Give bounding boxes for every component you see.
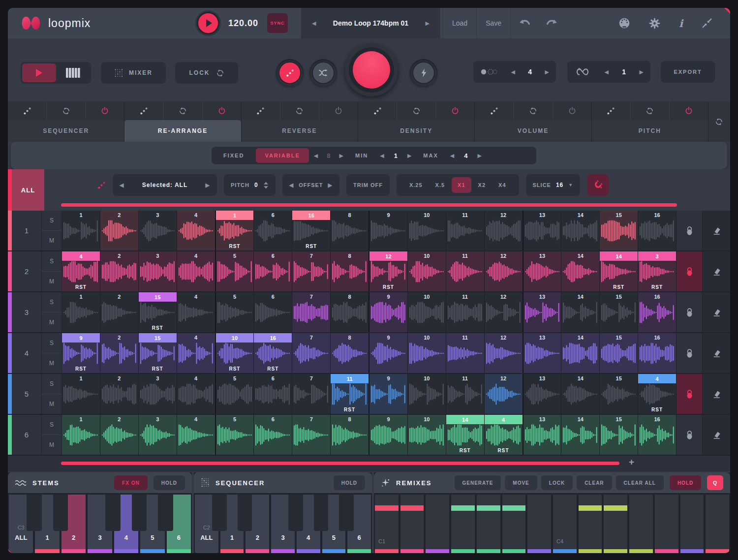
resize-corner-icon[interactable] xyxy=(724,8,730,14)
add-button[interactable]: + xyxy=(629,457,634,467)
slice-cell[interactable]: 13 xyxy=(523,251,562,291)
rate-option-x4[interactable]: X4 xyxy=(492,177,512,193)
mute-button[interactable]: M xyxy=(42,394,62,414)
slice-cell[interactable]: 8 xyxy=(331,333,369,373)
module-refresh-icon[interactable] xyxy=(47,101,86,120)
module-power-icon[interactable] xyxy=(670,101,708,120)
randomize-knob[interactable] xyxy=(276,59,304,87)
quantize-button[interactable]: Q xyxy=(707,475,723,490)
module-dice-icon[interactable] xyxy=(475,101,514,120)
module-refresh-icon[interactable] xyxy=(397,101,436,120)
module-power-icon[interactable] xyxy=(86,101,124,120)
gear-icon[interactable] xyxy=(649,18,660,29)
export-button[interactable]: EXPORT xyxy=(661,61,715,83)
track-lock-button[interactable] xyxy=(676,333,703,373)
remix-clear-all-button[interactable]: CLEAR ALL xyxy=(616,475,664,490)
slice-cell[interactable]: 3 xyxy=(139,415,177,455)
stems-hold-button[interactable]: HOLD xyxy=(154,475,185,490)
slice-cell[interactable]: 14RST xyxy=(600,251,638,291)
pitch-stepper-icon[interactable] xyxy=(263,182,269,189)
black-key[interactable] xyxy=(105,495,121,531)
bottom-progress-bar[interactable] xyxy=(61,462,619,465)
black-key[interactable] xyxy=(158,495,173,531)
slice-cell[interactable]: 15 xyxy=(600,292,638,332)
slice-cell[interactable]: 16RST xyxy=(292,211,331,250)
slice-cell[interactable]: 4RST xyxy=(638,374,676,414)
slice-cell[interactable]: 7 xyxy=(292,251,331,291)
slice-caret-icon[interactable]: ▼ xyxy=(568,183,573,187)
black-key[interactable] xyxy=(339,495,354,531)
module-dice-icon[interactable] xyxy=(8,101,47,120)
tab-label[interactable]: DENSITY xyxy=(358,120,474,142)
slice-cell[interactable]: 7 xyxy=(292,292,331,332)
slice-cell[interactable]: 14RST xyxy=(446,415,485,455)
slice-cell[interactable]: 14 xyxy=(561,211,600,250)
slice-cell[interactable]: 10 xyxy=(408,211,446,250)
black-key[interactable] xyxy=(314,495,329,531)
remix-key[interactable] xyxy=(706,495,729,553)
slice-cell[interactable]: 4 xyxy=(177,415,216,455)
slice-cell[interactable]: 9 xyxy=(369,333,408,373)
solo-button[interactable]: S xyxy=(42,251,62,272)
mute-button[interactable]: M xyxy=(42,312,62,332)
remix-lock-button[interactable]: LOCK xyxy=(541,475,573,490)
remix-clear-button[interactable]: CLEAR xyxy=(577,475,612,490)
magnet-button[interactable] xyxy=(587,174,609,196)
module-refresh-icon[interactable] xyxy=(280,101,319,120)
solo-button[interactable]: S xyxy=(42,211,62,231)
solo-button[interactable]: S xyxy=(42,374,62,394)
module-power-icon[interactable] xyxy=(553,101,591,120)
slice-cell[interactable]: 7 xyxy=(292,415,331,455)
remix-key[interactable] xyxy=(579,495,602,553)
remix-key[interactable] xyxy=(604,495,627,553)
variable-button[interactable]: VARIABLE xyxy=(256,148,308,163)
slice-cell[interactable]: 15RST xyxy=(139,292,177,332)
mute-button[interactable]: M xyxy=(42,231,62,250)
rate-option-x2[interactable]: X2 xyxy=(472,177,492,193)
track-erase-button[interactable] xyxy=(703,251,730,291)
slice-cell[interactable]: 13 xyxy=(523,292,562,332)
selected-prev-icon[interactable]: ◀ xyxy=(120,182,124,188)
module-dice-icon[interactable] xyxy=(242,101,280,120)
slice-cell[interactable]: 12 xyxy=(485,251,523,291)
slice-cell[interactable]: 9 xyxy=(369,211,408,250)
load-button[interactable]: Load xyxy=(443,19,476,27)
remix-move-button[interactable]: MOVE xyxy=(505,475,537,490)
slice-cell[interactable]: 11 xyxy=(446,374,485,414)
remix-key[interactable] xyxy=(426,495,449,553)
slice-cell[interactable]: 8 xyxy=(331,415,369,455)
slice-cell[interactable]: 1 xyxy=(62,415,100,455)
track-erase-button[interactable] xyxy=(703,374,730,414)
shuffle-knob[interactable] xyxy=(309,59,337,87)
module-refresh-icon[interactable] xyxy=(631,101,670,120)
slice-cell[interactable]: 5 xyxy=(216,415,254,455)
tab-label[interactable]: REVERSE xyxy=(242,120,358,142)
track-lock-button[interactable] xyxy=(676,251,703,291)
slice-cell[interactable]: 10 xyxy=(408,251,446,291)
slice-cell[interactable]: 14 xyxy=(561,292,600,332)
remix-key[interactable] xyxy=(655,495,678,553)
slice-cell[interactable]: 2 xyxy=(100,415,139,455)
rate-option-x25[interactable]: X.25 xyxy=(403,177,429,193)
slice-cell[interactable]: 5 xyxy=(216,374,254,414)
slice-cell[interactable]: 13 xyxy=(523,211,562,250)
slice-cell[interactable]: 3 xyxy=(139,251,177,291)
remix-key[interactable]: C4 xyxy=(553,495,577,553)
slice-cell[interactable]: 8 xyxy=(331,292,369,332)
slice-cell[interactable]: 4 xyxy=(177,374,216,414)
slice-cell[interactable]: 15 xyxy=(600,415,638,455)
slice-cell[interactable]: 9 xyxy=(369,415,408,455)
module-dice-icon[interactable] xyxy=(358,101,397,120)
slice-cell[interactable]: 3 xyxy=(139,374,177,414)
slice-cell[interactable]: 7 xyxy=(292,374,331,414)
slice-cell[interactable]: 3RST xyxy=(638,251,676,291)
slice-cell[interactable]: 15 xyxy=(600,374,638,414)
undo-icon[interactable] xyxy=(519,19,531,28)
mute-button[interactable]: M xyxy=(42,353,62,373)
slice-cell[interactable]: 2 xyxy=(100,211,139,250)
max-prev-icon[interactable]: ◀ xyxy=(450,153,454,159)
mute-button[interactable]: M xyxy=(42,272,62,291)
slice-cell[interactable]: 14 xyxy=(561,333,600,373)
track-lock-button[interactable] xyxy=(676,374,703,414)
slice-cell[interactable]: 10 xyxy=(408,374,446,414)
